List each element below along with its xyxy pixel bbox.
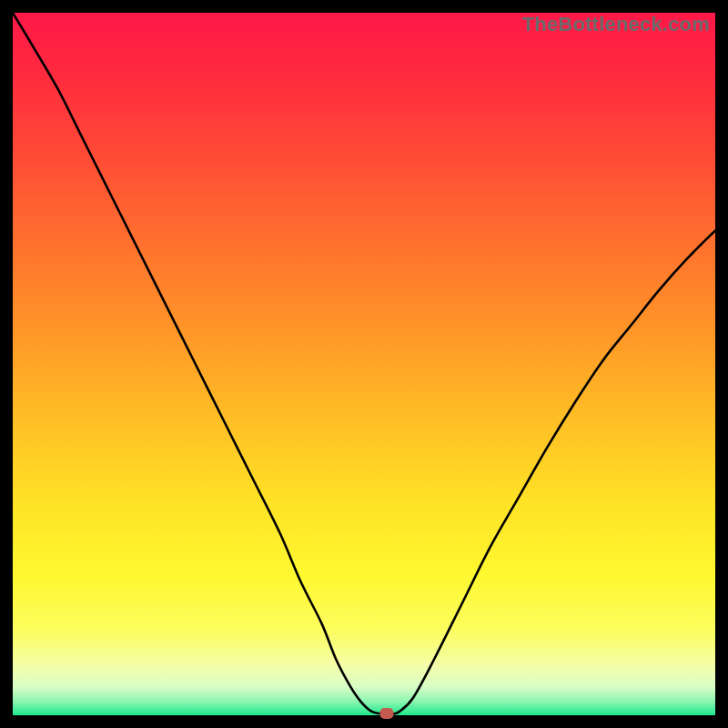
plot-area: TheBottleneck.com	[13, 13, 715, 715]
watermark-text: TheBottleneck.com	[522, 13, 710, 36]
optimum-marker	[380, 708, 394, 719]
chart-frame: TheBottleneck.com	[0, 0, 728, 728]
bottleneck-curve	[13, 13, 715, 715]
curve-path	[13, 13, 715, 714]
